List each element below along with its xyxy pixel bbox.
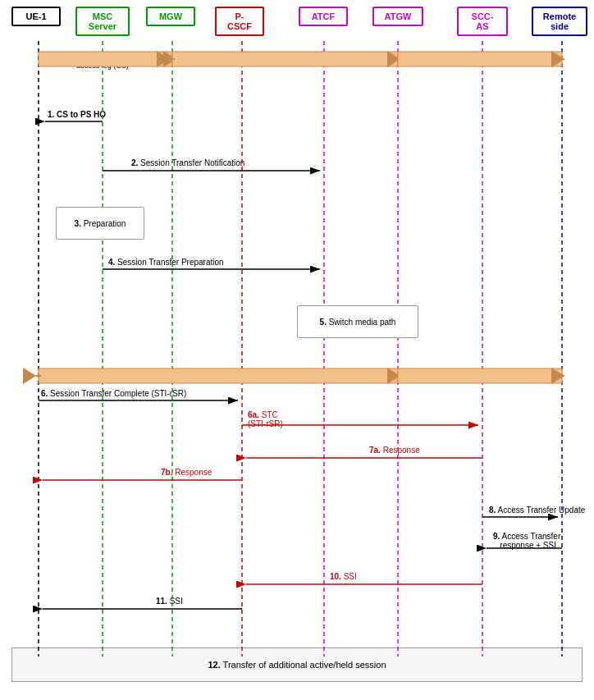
participant-ue1: UE-1 bbox=[11, 7, 61, 26]
media-label-remote1: Media path, remote leg bbox=[404, 54, 551, 62]
msg-7a-label: 7a. Response bbox=[369, 446, 420, 455]
participant-mgw: MGW bbox=[146, 7, 195, 26]
participant-sccas: SCC-AS bbox=[457, 7, 508, 36]
msg-11-label: 11. SSI bbox=[156, 597, 183, 606]
process-box-switch: 5. Switch media path bbox=[297, 305, 418, 338]
media-label-access: Media path, access leg bbox=[197, 54, 361, 62]
msg-4-label: 4. Session Transfer Preparation bbox=[108, 258, 224, 267]
participant-remote: Remoteside bbox=[532, 7, 587, 36]
msg-7b-label: 7b. Response bbox=[161, 468, 212, 477]
msg-10-label: 10. SSI bbox=[330, 572, 357, 581]
msg-6a-label: 6a. STC(STI-rSR) bbox=[248, 410, 283, 428]
msg-2-label: 2. Session Transfer Notification bbox=[131, 158, 244, 167]
media-label-remote2: Media path, remote leg bbox=[404, 369, 551, 377]
process-box-preparation: 3. Preparation bbox=[56, 207, 144, 240]
sequence-diagram: UE-1 MSCServer MGW P-CSCF ATCF ATGW SCC-… bbox=[0, 0, 594, 700]
participant-atgw: ATGW bbox=[372, 7, 423, 26]
msg-6-label: 6. Session Transfer Complete (STI-rSR) bbox=[41, 389, 186, 398]
media-label-ps: Media path, access leg (PS) bbox=[82, 369, 369, 377]
bottom-transfer-box: 12. Transfer of additional active/held s… bbox=[11, 647, 583, 682]
msg-1-label: 1. CS to PS HO bbox=[48, 110, 106, 119]
msg-8-label: 8. Access Transfer Update bbox=[489, 506, 585, 515]
participant-pcscf: P-CSCF bbox=[215, 7, 264, 36]
media-label-cs: Media path,access leg (CS) bbox=[41, 53, 164, 71]
participant-atcf: ATCF bbox=[299, 7, 348, 26]
msg-9-label: 9. Access Transfer response + SSI bbox=[493, 532, 560, 550]
participant-msc: MSCServer bbox=[75, 7, 130, 36]
